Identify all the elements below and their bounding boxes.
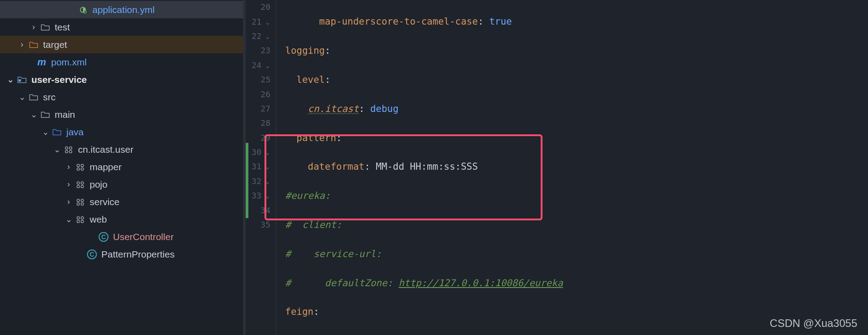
svg-point-14	[81, 185, 84, 188]
package-icon	[75, 180, 85, 189]
tree-item-target[interactable]: › target	[0, 36, 246, 53]
chevron-down-icon: ⌄	[6, 75, 14, 85]
tree-label: web	[90, 214, 107, 225]
tree-label: pojo	[90, 179, 108, 190]
tree-item-main[interactable]: ⌄ main	[0, 106, 246, 123]
svg-point-9	[77, 168, 80, 170]
folder-icon	[52, 129, 62, 136]
tree-item-src[interactable]: ⌄ src	[0, 88, 246, 106]
line-number: 20	[260, 0, 270, 14]
tree-item-mapper[interactable]: › mapper	[0, 158, 246, 176]
fold-icon[interactable]: ⌄	[265, 145, 270, 159]
fold-icon[interactable]: ⌄	[265, 174, 270, 189]
svg-point-16	[81, 199, 84, 202]
tree-label: src	[43, 92, 56, 103]
tree-label: user-service	[31, 74, 87, 85]
svg-point-12	[81, 181, 84, 184]
comment: # defaultZone:	[285, 278, 399, 288]
tree-label: main	[55, 109, 75, 120]
project-sidebar: ▾ application.yml › test › target › m	[0, 0, 246, 335]
chevron-right-icon: ›	[30, 22, 38, 32]
code-area[interactable]: map-underscore-to-camel-case: true loggi…	[276, 0, 868, 335]
folder-icon	[40, 111, 50, 118]
module-icon	[17, 76, 27, 84]
svg-point-6	[69, 150, 72, 153]
tree-item-test[interactable]: › test	[0, 18, 246, 36]
line-number: 31	[252, 159, 261, 174]
yaml-key: pattern	[296, 133, 336, 143]
punct: :	[313, 306, 319, 317]
line-number: 25	[260, 73, 270, 87]
tree-label: service	[90, 197, 120, 207]
chevron-down-icon: ⌄	[53, 145, 61, 155]
highlight-annotation	[265, 134, 542, 220]
fold-icon[interactable]: ⌄	[265, 159, 270, 174]
tree-item-service-pkg[interactable]: › service	[0, 193, 246, 210]
svg-point-18	[81, 202, 84, 205]
punct: :	[478, 16, 489, 27]
svg-point-10	[81, 168, 84, 170]
chevron-right-icon: ›	[18, 40, 26, 49]
chevron-down-icon: ⌄	[30, 110, 38, 120]
tree-item-pattern-properties[interactable]: › C PatternProperties	[0, 245, 246, 263]
folder-icon	[29, 41, 39, 48]
fold-icon[interactable]: ⌄	[265, 58, 270, 73]
fold-icon[interactable]: ⌄	[265, 189, 270, 203]
fold-icon[interactable]: ⌄	[265, 15, 270, 29]
comment: # service-url:	[285, 249, 382, 259]
tree-item-pom-xml[interactable]: › m pom.xml	[0, 53, 246, 71]
svg-point-19	[77, 216, 80, 219]
class-icon: C	[99, 232, 108, 242]
svg-point-15	[77, 199, 80, 202]
svg-point-17	[77, 202, 80, 205]
tree-label: cn.itcast.user	[78, 144, 134, 155]
line-number: 33	[252, 189, 261, 203]
tree-item-java[interactable]: ⌄ java	[0, 123, 246, 141]
chevron-right-icon: ›	[65, 180, 73, 189]
tree-label: PatternProperties	[101, 249, 174, 260]
tree-item-user-controller[interactable]: › C UserController	[0, 228, 246, 245]
code-editor[interactable]: 20 21⌄ 22⌄ 23 24⌄ 25 26 27 28 29 30⌄ 31⌄…	[246, 0, 868, 335]
chevron-down-icon: ⌄	[18, 92, 26, 102]
line-number: 22	[252, 29, 261, 43]
tree-label: test	[55, 22, 70, 33]
tree-item-application-yml[interactable]: ▾ application.yml	[0, 1, 246, 18]
package-icon	[75, 215, 85, 223]
tree-scroll[interactable]: ▾ application.yml › test › target › m	[0, 0, 246, 335]
tree-label: java	[66, 127, 84, 137]
maven-icon: m	[37, 56, 47, 68]
diff-added-marker	[246, 143, 248, 218]
punct: :	[359, 103, 370, 114]
tree-label: target	[43, 39, 67, 50]
tree-item-user-service[interactable]: ⌄ user-service	[0, 71, 246, 88]
line-number: 24	[252, 58, 261, 73]
tree-item-web[interactable]: ⌄ web	[0, 210, 246, 228]
tree-item-package[interactable]: ⌄ cn.itcast.user	[0, 141, 246, 158]
punct: :	[325, 74, 331, 85]
svg-point-22	[81, 220, 84, 223]
punct: :	[365, 161, 376, 172]
line-number: 30	[252, 145, 261, 159]
yaml-key: feign	[285, 306, 313, 317]
line-number: 32	[252, 174, 261, 189]
line-number: 23	[260, 43, 270, 58]
yaml-key: cn.itcast	[308, 103, 359, 114]
yaml-key: logging	[285, 45, 325, 56]
tree-label: UserController	[113, 232, 174, 242]
yaml-value: debug	[370, 103, 399, 114]
chevron-right-icon: ›	[65, 197, 73, 206]
svg-point-7	[77, 164, 80, 167]
package-icon	[75, 163, 85, 171]
yaml-value: MM-dd HH:mm:ss:SSS	[376, 161, 478, 172]
comment-url: http://127.0.0.1:10086/eureka	[399, 278, 563, 288]
tree-label: application.yml	[92, 4, 155, 15]
yaml-key: map-underscore-to-camel-case	[319, 16, 478, 27]
svg-rect-2	[19, 79, 21, 82]
folder-icon	[29, 94, 39, 101]
tree-item-pojo[interactable]: › pojo	[0, 176, 246, 193]
fold-icon[interactable]: ⌄	[265, 29, 270, 43]
app-root: ▾ application.yml › test › target › m	[0, 0, 868, 335]
line-number: 27	[260, 102, 270, 116]
line-number: 29	[260, 131, 270, 145]
tree-label: pom.xml	[51, 57, 87, 68]
